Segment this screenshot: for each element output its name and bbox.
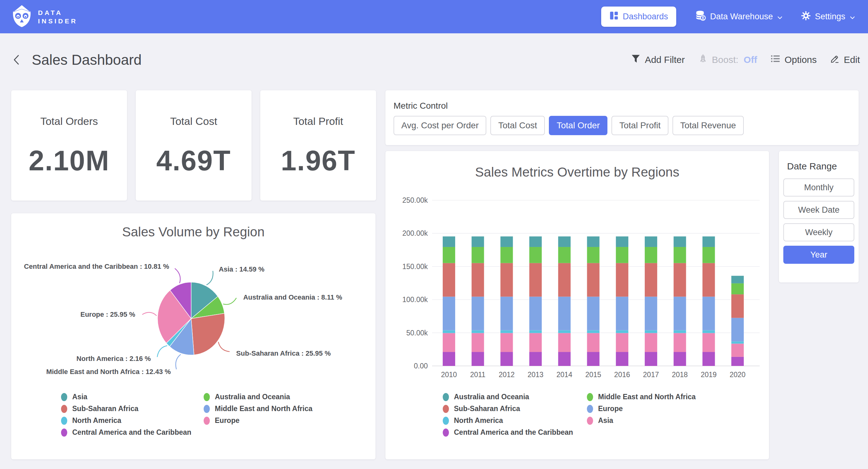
date-range-buttons: MonthlyWeek DateWeeklyYear <box>783 178 854 264</box>
database-icon <box>695 10 706 23</box>
date-range-option-weekly[interactable]: Weekly <box>783 223 854 241</box>
legend-label: Asia <box>598 416 613 425</box>
bar-2013-europe <box>529 297 542 330</box>
date-range-option-week-date[interactable]: Week Date <box>783 201 854 219</box>
pie-legend-asia[interactable]: Asia <box>61 393 204 401</box>
pie-legend-europe[interactable]: Europe <box>204 417 313 424</box>
bar-2018-north-america <box>674 330 686 333</box>
bar-2015-europe <box>587 297 600 330</box>
legend-column: Middle East and North AfricaEuropeAsia <box>587 393 696 436</box>
legend-column: Australia and OceaniaSub-Saharan AfricaN… <box>443 393 587 436</box>
bar-2018-sub-saharan-africa <box>674 263 686 297</box>
metric-control-title: Metric Control <box>394 101 850 111</box>
bar-2019-central-america-and-the-caribbean <box>702 352 715 366</box>
pie-legend-middle-east-and-north-africa[interactable]: Middle East and North Africa <box>204 405 313 412</box>
legend-label: North America <box>72 416 121 425</box>
legend-label: Australia and Oceania <box>454 393 529 401</box>
pie-legend-sub-saharan-africa[interactable]: Sub-Saharan Africa <box>61 405 204 412</box>
chevron-down-icon <box>850 12 855 22</box>
pie-chart-card: Sales Volume by Region Asia : 14.59 %Aus… <box>11 213 375 459</box>
bar-2017-asia <box>645 333 657 352</box>
kpi-label: Total Cost <box>136 115 252 127</box>
y-axis-tick-label: 100.00k <box>402 296 428 304</box>
pie-legend-north-america[interactable]: North America <box>61 417 204 424</box>
y-axis-tick-label: 200.00k <box>402 229 428 237</box>
back-button[interactable] <box>12 53 23 67</box>
bar-2012-europe <box>500 297 513 330</box>
legend-label: Sub-Saharan Africa <box>72 405 138 413</box>
bar-2012-sub-saharan-africa <box>500 263 513 297</box>
app-logo[interactable]: DATA INSIDER <box>11 4 78 29</box>
pie-slice-label: Europe : 25.95 % <box>80 311 135 318</box>
x-axis-tick-label: 2013 <box>528 371 544 379</box>
legend-dot <box>443 393 449 401</box>
bar-2013-asia <box>529 333 542 352</box>
bar-2017-middle-east-and-north-africa <box>645 247 657 263</box>
pencil-icon <box>830 54 840 66</box>
add-filter-button[interactable]: Add Filter <box>631 54 685 66</box>
y-axis-tick-label: 50.00k <box>406 329 428 337</box>
pie-label-leader-line <box>223 298 236 304</box>
metric-control-card: Metric Control Avg. Cost per OrderTotal … <box>385 90 859 145</box>
y-axis-tick-label: 150.00k <box>402 263 428 271</box>
bar-2018-middle-east-and-north-africa <box>674 247 686 263</box>
metric-option-total-cost[interactable]: Total Cost <box>490 116 545 135</box>
gear-icon <box>801 11 811 23</box>
bar-2010-australia-and-oceania <box>443 236 455 247</box>
bar-2016-asia <box>616 333 628 352</box>
bar-2020-sub-saharan-africa <box>731 294 744 318</box>
dashboard-icon <box>609 11 619 23</box>
pie-chart-legend: AsiaSub-Saharan AfricaNorth AmericaCentr… <box>61 393 313 436</box>
bar-legend-australia-and-oceania[interactable]: Australia and Oceania <box>443 393 587 401</box>
bar-2012-north-america <box>500 330 513 333</box>
bar-2010-europe <box>443 297 455 330</box>
bar-legend-europe[interactable]: Europe <box>587 405 696 412</box>
legend-label: Central America and the Caribbean <box>454 428 573 437</box>
metric-option-avg-cost-per-order[interactable]: Avg. Cost per Order <box>394 116 486 135</box>
legend-dot <box>204 393 210 401</box>
bar-legend-asia[interactable]: Asia <box>587 417 696 424</box>
date-range-option-monthly[interactable]: Monthly <box>783 178 854 197</box>
bar-2015-sub-saharan-africa <box>587 263 600 297</box>
bar-2012-australia-and-oceania <box>500 236 513 247</box>
y-axis-tick-label: 250.00k <box>402 196 428 204</box>
pie-slice-label: Asia : 14.59 % <box>219 265 265 273</box>
date-range-option-year[interactable]: Year <box>783 246 854 264</box>
x-axis-tick-label: 2017 <box>643 371 659 379</box>
nav-dashboards[interactable]: Dashboards <box>601 6 676 27</box>
legend-dot <box>61 417 67 425</box>
kpi-value: 4.69T <box>136 145 252 177</box>
boost-toggle[interactable]: Boost: Off <box>698 54 757 66</box>
options-button[interactable]: Options <box>770 54 817 66</box>
bar-2014-middle-east-and-north-africa <box>558 247 571 263</box>
bar-legend-central-america-and-the-caribbean[interactable]: Central America and the Caribbean <box>443 429 587 436</box>
pie-slice-label: Australia and Oceania : 8.11 % <box>243 293 342 301</box>
nav-data-warehouse[interactable]: Data Warehouse <box>695 10 783 23</box>
bar-2018-australia-and-oceania <box>674 236 686 247</box>
bar-legend-middle-east-and-north-africa[interactable]: Middle East and North Africa <box>587 393 696 401</box>
x-axis-tick-label: 2011 <box>470 371 485 379</box>
page-toolbar: Sales Dashboard Add Filter <box>0 33 868 86</box>
x-axis-tick-label: 2019 <box>701 371 717 379</box>
pie-legend-central-america-and-the-caribbean[interactable]: Central America and the Caribbean <box>61 429 204 436</box>
bar-2020-europe <box>731 318 744 342</box>
bar-2015-middle-east-and-north-africa <box>587 247 600 263</box>
bar-2012-asia <box>500 333 513 352</box>
legend-column: AsiaSub-Saharan AfricaNorth AmericaCentr… <box>61 393 204 436</box>
pie-legend-australia-and-oceania[interactable]: Australia and Oceania <box>204 393 313 401</box>
bar-legend-sub-saharan-africa[interactable]: Sub-Saharan Africa <box>443 405 587 412</box>
metric-option-total-order[interactable]: Total Order <box>549 116 608 135</box>
edit-button[interactable]: Edit <box>830 54 860 66</box>
metric-option-total-revenue[interactable]: Total Revenue <box>673 116 744 135</box>
x-axis-tick-label: 2016 <box>614 371 630 379</box>
bar-legend-north-america[interactable]: North America <box>443 417 587 424</box>
pie-slice-sub-saharan-africa <box>191 313 225 355</box>
x-axis-tick-label: 2018 <box>672 371 688 379</box>
metric-option-total-profit[interactable]: Total Profit <box>612 116 668 135</box>
bar-2014-australia-and-oceania <box>558 236 571 247</box>
pie-label-leader-line <box>218 342 229 352</box>
pie-slice-label: North America : 2.16 % <box>76 355 151 362</box>
nav-settings[interactable]: Settings <box>801 11 855 23</box>
page: DATA INSIDER Dashboards <box>0 0 868 469</box>
legend-label: Sub-Saharan Africa <box>454 405 520 413</box>
